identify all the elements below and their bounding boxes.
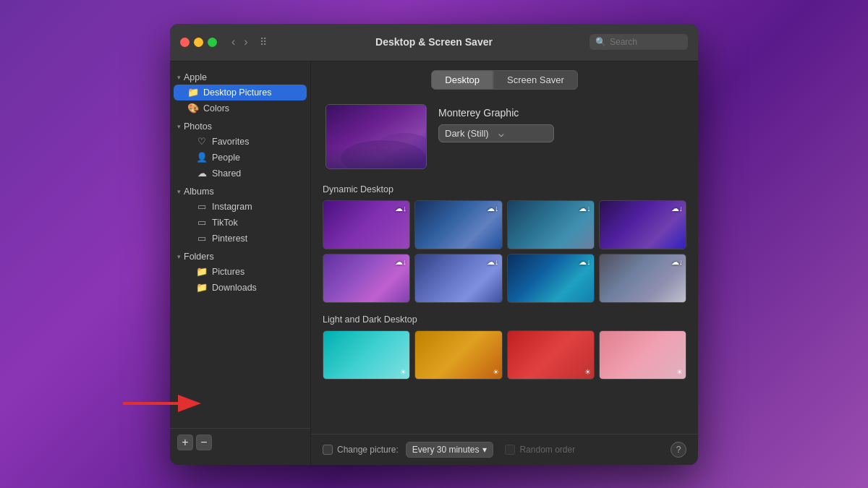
light-dark-label: Light and Dark Desktop <box>323 314 686 325</box>
titlebar: ‹ › ⠿ Desktop & Screen Saver 🔍 <box>170 24 698 61</box>
sidebar-group-albums[interactable]: ▾ Albums <box>170 184 310 199</box>
chevron-down-icon: ▾ <box>177 123 181 130</box>
sidebar-item-shared[interactable]: ☁ Shared <box>170 166 310 181</box>
sidebar-item-instagram[interactable]: ▭ Instagram <box>170 199 310 215</box>
preview-name: Monterey Graphic <box>438 107 554 119</box>
preview-image <box>326 105 426 168</box>
dynamic-desktop-grid: ☁↓ ☁↓ ☁↓ ☁↓ ☁↓ <box>323 200 686 303</box>
change-picture-label: Change picture: <box>337 445 399 455</box>
grid-icon[interactable]: ⠿ <box>260 36 267 48</box>
traffic-lights <box>180 38 217 47</box>
sun-icon: ☀ <box>400 368 407 376</box>
preview-section: Monterey Graphic Dark (Still) ⌵ <box>311 97 698 180</box>
interval-dropdown[interactable]: Every 30 minutes ▾ <box>406 442 494 458</box>
random-order-label: Random order <box>519 445 575 455</box>
forward-button[interactable]: › <box>241 35 250 49</box>
folder-icon: ▭ <box>196 233 208 244</box>
sidebar-group-apple[interactable]: ▾ Apple <box>170 70 310 85</box>
sidebar-item-desktop-pictures[interactable]: 📁 Desktop Pictures <box>174 85 307 100</box>
sidebar-item-pinterest-label: Pinterest <box>212 234 247 244</box>
sidebar-item-tiktok-label: TikTok <box>212 218 238 228</box>
sidebar-group-photos[interactable]: ▾ Photos <box>170 119 310 134</box>
search-icon: 🔍 <box>595 37 606 47</box>
heart-icon: ♡ <box>196 136 208 147</box>
sidebar-group-folders[interactable]: ▾ Folders <box>170 249 310 264</box>
preview-dropdown[interactable]: Dark (Still) ⌵ <box>438 124 554 142</box>
back-button[interactable]: ‹ <box>229 35 238 49</box>
sidebar-item-pictures-label: Pictures <box>212 267 244 277</box>
sidebar-item-colors[interactable]: 🎨 Colors <box>170 100 310 116</box>
folder-icon: ▭ <box>196 201 208 213</box>
cloud-download-icon: ☁↓ <box>579 257 591 267</box>
light-dark-grid: ☀ ☀ ☀ ☀ <box>323 330 686 380</box>
main-panel: Desktop Screen Saver <box>311 61 698 465</box>
wallpaper-item[interactable]: ☁↓ <box>507 254 595 303</box>
main-window: ‹ › ⠿ Desktop & Screen Saver 🔍 ▾ App <box>170 24 698 465</box>
minimize-button[interactable] <box>194 38 203 47</box>
shared-icon: ☁ <box>196 168 208 179</box>
wallpaper-item[interactable]: ☀ <box>323 330 410 380</box>
person-icon: 👤 <box>196 152 208 163</box>
tab-screensaver[interactable]: Screen Saver <box>493 70 578 90</box>
chevron-down-icon: ▾ <box>177 74 181 81</box>
change-picture-row: Change picture: <box>323 445 399 455</box>
cloud-download-icon: ☁↓ <box>487 257 499 267</box>
wallpaper-item[interactable]: ☀ <box>599 330 686 380</box>
wallpaper-item[interactable]: ☁↓ <box>414 200 502 249</box>
preview-info: Monterey Graphic Dark (Still) ⌵ <box>438 104 554 142</box>
random-order-checkbox[interactable] <box>505 445 515 455</box>
wallpaper-item[interactable]: ☁↓ <box>507 200 595 249</box>
chevron-down-icon: ▾ <box>177 188 181 195</box>
window-title: Desktop & Screen Saver <box>375 36 493 48</box>
preview-thumbnail <box>326 104 427 169</box>
sidebar-item-downloads[interactable]: 📁 Downloads <box>170 280 310 296</box>
search-input[interactable] <box>610 37 682 47</box>
interval-value: Every 30 minutes <box>412 445 480 455</box>
tab-desktop[interactable]: Desktop <box>431 70 493 90</box>
sidebar-group-apple-label: Apple <box>184 72 207 82</box>
add-button[interactable]: + <box>177 435 193 450</box>
cloud-download-icon: ☁↓ <box>579 204 591 213</box>
dynamic-desktop-label: Dynamic Desktop <box>323 184 686 194</box>
remove-button[interactable]: − <box>196 435 212 450</box>
sun-icon: ☀ <box>493 368 499 376</box>
sidebar-item-people[interactable]: 👤 People <box>170 150 310 166</box>
wallpaper-item[interactable]: ☁↓ <box>599 254 686 303</box>
chevron-down-icon: ▾ <box>177 253 181 260</box>
sun-icon: ☀ <box>584 368 591 376</box>
change-picture-checkbox[interactable] <box>323 445 333 455</box>
preview-dropdown-value: Dark (Still) <box>445 128 494 139</box>
wallpaper-item[interactable]: ☁↓ <box>599 200 686 249</box>
wallpaper-item[interactable]: ☀ <box>414 330 502 380</box>
sidebar-item-tiktok[interactable]: ▭ TikTok <box>170 215 310 231</box>
cloud-download-icon: ☁↓ <box>395 257 407 267</box>
cloud-download-icon: ☁↓ <box>671 204 684 213</box>
maximize-button[interactable] <box>208 38 217 47</box>
wallpaper-item[interactable]: ☁↓ <box>323 200 410 249</box>
wallpaper-item[interactable]: ☁↓ <box>414 254 502 303</box>
content-area: ▾ Apple 📁 Desktop Pictures 🎨 Colors <box>170 61 698 465</box>
sidebar-item-favorites[interactable]: ♡ Favorites <box>170 134 310 150</box>
search-box[interactable]: 🔍 <box>590 34 688 50</box>
wallpaper-item[interactable]: ☀ <box>507 330 595 380</box>
wallpaper-item[interactable]: ☁↓ <box>323 254 410 303</box>
sidebar-item-shared-label: Shared <box>212 168 241 179</box>
sidebar-group-folders-label: Folders <box>184 252 214 262</box>
sidebar-item-downloads-label: Downloads <box>212 283 257 293</box>
sidebar-item-pictures[interactable]: 📁 Pictures <box>170 264 310 280</box>
sidebar-item-instagram-label: Instagram <box>212 202 252 212</box>
sidebar-item-desktop-pictures-label: Desktop Pictures <box>203 87 271 98</box>
bottom-bar: Change picture: Every 30 minutes ▾ Rando… <box>311 434 698 465</box>
sidebar-item-pinterest[interactable]: ▭ Pinterest <box>170 231 310 247</box>
help-button[interactable]: ? <box>671 442 686 458</box>
wallpaper-scroll[interactable]: Dynamic Desktop ☁↓ ☁↓ ☁↓ ☁↓ <box>311 180 698 434</box>
sun-icon: ☀ <box>676 368 683 376</box>
sidebar-group-albums-label: Albums <box>184 187 214 197</box>
close-button[interactable] <box>180 38 190 47</box>
sidebar-item-favorites-label: Favorites <box>212 137 249 147</box>
sidebar: ▾ Apple 📁 Desktop Pictures 🎨 Colors <box>170 61 311 465</box>
folder-icon: ▭ <box>196 217 208 228</box>
chevron-down-icon: ▾ <box>482 445 487 455</box>
cloud-download-icon: ☁↓ <box>671 257 684 267</box>
folder-blue-icon: 📁 <box>196 282 208 294</box>
